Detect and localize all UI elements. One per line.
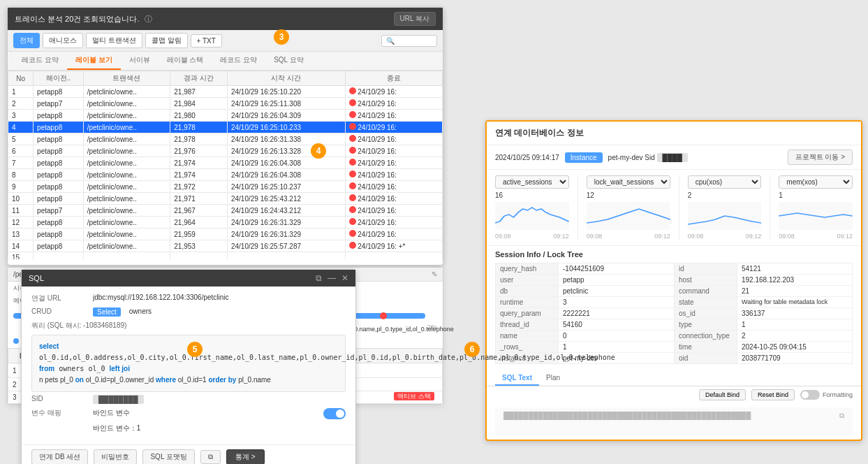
key-db: db: [496, 286, 559, 296]
bind-toggle[interactable]: [323, 408, 346, 419]
table-row[interactable]: 2 petapp7 /petclinic/owne.. 21,984 24/10…: [8, 98, 443, 110]
metric-time-cpu: 09:08 09:12: [688, 233, 762, 240]
cell-no: 9: [8, 181, 34, 193]
btn-sql-format[interactable]: SQL 포맷팅: [142, 449, 194, 464]
minimize-icon[interactable]: —: [328, 273, 336, 283]
sid-row: SID ████████: [31, 395, 346, 404]
cell-end: 24/10/29 16:: [345, 229, 443, 240]
table-row[interactable]: 9 petapp8 /petclinic/owne.. 21,972 24/10…: [8, 181, 443, 193]
tab-record-summary[interactable]: 레코드 요약: [13, 52, 67, 70]
metric-select-cpu[interactable]: cpu(xos): [688, 175, 762, 189]
session-grid: query_hash-1044251609 userpetapp dbpetcl…: [495, 263, 853, 364]
tab-plan[interactable]: Plan: [539, 371, 567, 386]
cell-agent: petapp7: [34, 205, 84, 217]
table-row[interactable]: 14 petapp8 /petclinic/owne.. 21,953 24/1…: [8, 240, 443, 252]
btn-table[interactable]: 멀티 트랜색션: [86, 33, 142, 48]
btn-password[interactable]: 비밀번호: [94, 449, 137, 464]
table-row[interactable]: 3 petapp8 /petclinic/owne.. 21,980 24/10…: [8, 110, 443, 122]
search-input[interactable]: [381, 35, 437, 47]
col-agent: 해이전..: [34, 71, 84, 86]
copy-sql-icon[interactable]: ⧉: [839, 412, 844, 420]
table-row[interactable]: 10 petapp8 /petclinic/owne.. 21,971 24/1…: [8, 193, 443, 205]
cell-elapsed: 21,964: [170, 217, 228, 229]
cell-agent: petapp8: [34, 240, 84, 252]
metric-select-active[interactable]: active_sessions: [495, 175, 569, 189]
col-end: 종료: [345, 71, 443, 86]
tab-label-stack[interactable]: 레이블 스택: [159, 52, 212, 70]
btn-heatmap[interactable]: 애니모스: [43, 33, 83, 48]
close-icon[interactable]: ✕: [341, 273, 348, 283]
cell-end: 24/10/29 16:: [345, 181, 443, 193]
metric-chart-cpu: [688, 202, 762, 230]
sql-tabs: SQL Text Plan: [487, 368, 861, 386]
btn-txt[interactable]: + TXT: [191, 34, 222, 48]
btn-reset-bind[interactable]: Reset Bind: [751, 389, 795, 400]
time-start-mem: 09:08: [779, 233, 795, 240]
col-start: 시작 시간: [227, 71, 345, 86]
val-user: petapp: [559, 275, 674, 285]
table-row[interactable]: 11 petapp7 /petclinic/owne.. 21,967 24/1…: [8, 205, 443, 217]
time-end-active: 09:12: [553, 233, 569, 240]
table-row[interactable]: 6 petapp8 /petclinic/owne.. 21,976 24/10…: [8, 145, 443, 157]
btn-stats[interactable]: 통계 >: [226, 449, 265, 464]
val-db: petclinic: [559, 286, 674, 296]
table-row[interactable]: 15: [8, 252, 443, 260]
metric-select-lock[interactable]: lock_wait_sessions: [587, 175, 670, 189]
cell-no: 13: [8, 229, 34, 240]
session-row-runtime: runtime3: [496, 297, 674, 308]
table-row[interactable]: 4 petapp8 /petclinic/owne.. 21,978 24/10…: [8, 122, 443, 133]
val-type: 1: [737, 319, 852, 330]
cell-elapsed: 21,980: [170, 110, 228, 122]
tab-sql-summary[interactable]: SQL 요약: [265, 52, 311, 70]
cell-elapsed: [170, 252, 228, 260]
callout-3: 3: [274, 29, 289, 45]
metric-time-active: 09:08 09:12: [495, 233, 569, 240]
key-state: state: [675, 297, 737, 307]
cell-tx: /petclinic/owne..: [83, 86, 170, 98]
detail-edit-icon[interactable]: ✎: [432, 270, 437, 278]
cell-elapsed: 21,978: [170, 122, 228, 133]
url-copy-button[interactable]: URL 복사: [394, 12, 436, 26]
project-btn[interactable]: 프로젝트 이동 >: [788, 150, 853, 165]
cell-tx: /petclinic/owne..: [83, 133, 170, 145]
time-end-cpu: 09:12: [746, 233, 762, 240]
table-row[interactable]: 12 petapp8 /petclinic/owne.. 21,964 24/1…: [8, 217, 443, 229]
callout-5: 5: [187, 342, 203, 357]
session-row-query-hash: query_hash-1044251609: [496, 263, 674, 275]
cell-start: 24/10/29 16:26:13.328: [227, 145, 345, 157]
db-panel: 연계 데이터베이스 정보 2024/10/25 09:14:17 Instanc…: [485, 120, 862, 441]
metric-value-cpu: 2: [688, 191, 762, 199]
copy-window-icon[interactable]: ⧉: [316, 273, 322, 283]
btn-copy-sql[interactable]: ⧉: [200, 450, 221, 464]
tab-service-view[interactable]: 서이뷰: [121, 52, 159, 70]
tab-sql-text[interactable]: SQL Text: [495, 371, 539, 386]
btn-default-bind[interactable]: Default Bind: [699, 389, 746, 400]
tab-label-view[interactable]: 레이블 보기: [67, 52, 121, 70]
key-query-param: query_param: [496, 308, 559, 319]
cell-agent: petapp8: [34, 193, 84, 205]
db-panel-title: 연계 데이터베이스 정보: [487, 122, 861, 145]
tab-record-summary2[interactable]: 레코드 요약: [212, 52, 265, 70]
cell-agent: petapp8: [34, 229, 84, 240]
key-query-hash: query_hash: [496, 263, 559, 274]
table-row[interactable]: 13 petapp8 /petclinic/owne.. 21,959 24/1…: [8, 229, 443, 240]
sid-value: ████████: [93, 395, 144, 404]
table-row[interactable]: 5 petapp8 /petclinic/owne.. 21,978 24/10…: [8, 133, 443, 145]
cell-no: 6: [8, 145, 34, 157]
btn-db-session[interactable]: 연계 DB 세션: [31, 449, 88, 464]
cell-agent: petapp8: [34, 157, 84, 169]
cell-tx: /petclinic/owne..: [83, 98, 170, 110]
callout-6: 6: [464, 342, 480, 357]
btn-call[interactable]: 콜맵 알림: [145, 33, 188, 48]
cell-end: 24/10/29 16:: [345, 122, 443, 133]
table-row[interactable]: 7 petapp8 /petclinic/owne.. 21,974 24/10…: [8, 157, 443, 169]
table-row[interactable]: 1 petapp8 /petclinic/owne.. 21,987 24/10…: [8, 86, 443, 98]
connection-url-row: 연결 URL jdbc:mysql://192.168.122.104:3306…: [31, 293, 346, 303]
sql-format-opts: Default Bind Reset Bind Formatting: [487, 386, 861, 403]
btn-all[interactable]: 전체: [13, 33, 40, 48]
cell-tx: /petclinic/owne..: [83, 110, 170, 122]
metric-value-mem: 1: [779, 191, 853, 199]
metric-select-mem[interactable]: mem(xos): [779, 175, 853, 189]
table-row[interactable]: 8 petapp8 /petclinic/owne.. 21,974 24/10…: [8, 169, 443, 181]
formatting-toggle-switch[interactable]: [800, 390, 820, 400]
